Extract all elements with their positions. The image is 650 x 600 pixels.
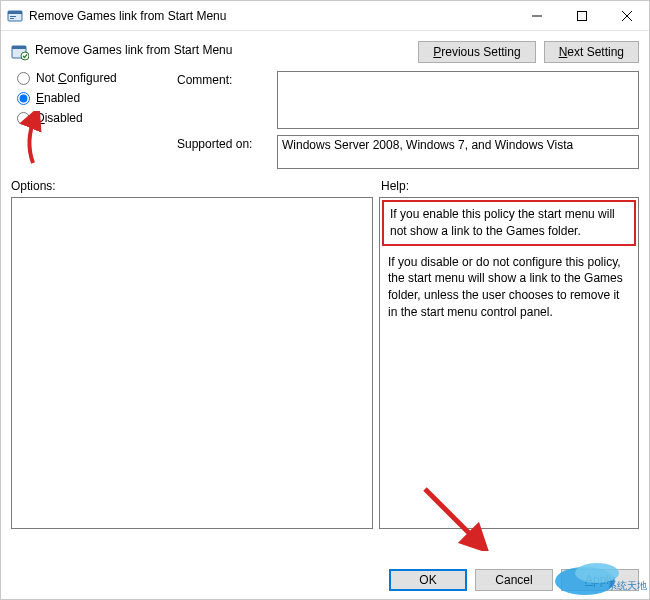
comment-label: Comment: — [177, 71, 277, 87]
minimize-button[interactable] — [514, 1, 559, 30]
svg-rect-2 — [10, 16, 16, 17]
not-configured-label[interactable]: Not Configured — [36, 71, 117, 85]
supported-on-label: Supported on: — [177, 135, 277, 151]
disabled-label[interactable]: Disabled — [36, 111, 83, 125]
help-paragraph-2: If you disable or do not configure this … — [388, 254, 630, 321]
setting-name: Remove Games link from Start Menu — [35, 41, 418, 57]
options-panel[interactable] — [11, 197, 373, 529]
dialog-icon — [7, 8, 23, 24]
radio-group: Not Configured Enabled Disabled — [17, 71, 177, 131]
maximize-button[interactable] — [559, 1, 604, 30]
cancel-button[interactable]: Cancel — [475, 569, 553, 591]
help-highlight-box: If you enable this policy the start menu… — [382, 200, 636, 246]
window-title: Remove Games link from Start Menu — [29, 9, 514, 23]
svg-rect-1 — [8, 11, 22, 14]
close-button[interactable] — [604, 1, 649, 30]
help-panel[interactable]: If you enable this policy the start menu… — [379, 197, 639, 529]
apply-button[interactable]: Apply — [561, 569, 639, 591]
disabled-radio[interactable] — [17, 112, 30, 125]
panels-row: If you enable this policy the start menu… — [1, 195, 649, 529]
svg-rect-7 — [12, 46, 26, 49]
supported-on-row: Supported on: Windows Server 2008, Windo… — [1, 133, 649, 175]
titlebar: Remove Games link from Start Menu — [1, 1, 649, 31]
svg-rect-5 — [577, 11, 586, 20]
not-configured-radio[interactable] — [17, 72, 30, 85]
previous-setting-button[interactable]: Previous Setting — [418, 41, 535, 63]
svg-rect-3 — [10, 18, 14, 19]
next-setting-button[interactable]: Next Setting — [544, 41, 639, 63]
enabled-label[interactable]: Enabled — [36, 91, 80, 105]
supported-on-field: Windows Server 2008, Windows 7, and Wind… — [277, 135, 639, 169]
options-label: Options: — [11, 179, 381, 193]
comment-input[interactable] — [277, 71, 639, 129]
ok-button[interactable]: OK — [389, 569, 467, 591]
enabled-radio[interactable] — [17, 92, 30, 105]
policy-icon — [11, 43, 29, 61]
configuration-row: Not Configured Enabled Disabled Comment: — [1, 67, 649, 133]
panel-labels: Options: Help: — [1, 175, 649, 195]
dialog-buttons: OK Cancel Apply — [389, 569, 639, 591]
help-label: Help: — [381, 179, 409, 193]
help-paragraph-1: If you enable this policy the start menu… — [390, 207, 615, 238]
window-controls — [514, 1, 649, 30]
svg-rect-4 — [532, 15, 542, 16]
header: Remove Games link from Start Menu Previo… — [1, 31, 649, 67]
dialog-window: Remove Games link from Start Menu Remove… — [0, 0, 650, 600]
